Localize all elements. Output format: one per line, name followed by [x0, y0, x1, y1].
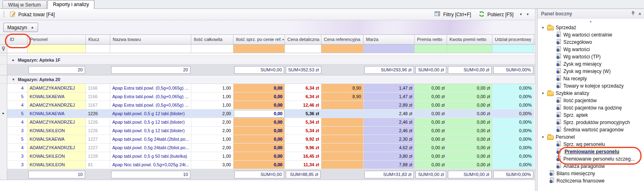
- cell-klucz[interactable]: 1226: [86, 118, 110, 127]
- column-header-cena_det[interactable]: Cena detaliczna: [285, 35, 321, 44]
- cell-cena_det[interactable]: 5,36 zł: [285, 109, 321, 118]
- table-row[interactable]: 4ADAMCZYKANDRZEJ1167Apap Extra tabl.powl…: [0, 101, 535, 109]
- tree-item[interactable]: Średnia wartość paragonów: [537, 126, 644, 133]
- cell-cena_ref[interactable]: [321, 144, 364, 152]
- column-header-nazwa[interactable]: Nazwa towaru: [110, 35, 191, 44]
- cell-nazwa[interactable]: Apap tabl.powl. 0,5 g 12 tabl.(blister): [110, 109, 191, 118]
- tab-witaj-w-sertum[interactable]: Witaj w Sertum: [2, 0, 47, 9]
- cell-premia[interactable]: 0,00 zł: [415, 92, 447, 101]
- table-row[interactable]: 5KOWALSKAEWA1166Apap Extra tabl.powl. (0…: [0, 92, 535, 101]
- cell-nazwa[interactable]: Apap tabl.powl. 0,5 g 50 tabl.(butelka): [110, 152, 191, 161]
- cell-udzial[interactable]: 0,00%: [492, 92, 534, 101]
- cell-klucz[interactable]: 1166: [86, 92, 110, 101]
- cell-cena_det[interactable]: 6,34 zł: [285, 84, 321, 92]
- cell-ilosc_sprz[interactable]: 0,00: [233, 92, 285, 101]
- cell-marza[interactable]: 3,80 zł: [364, 152, 415, 161]
- cell-udzial[interactable]: 0,00%: [492, 144, 534, 152]
- cell-kwota[interactable]: 0,00 zł: [447, 101, 492, 109]
- cell-klucz[interactable]: 1226: [86, 109, 110, 118]
- cell-ilosc_sprz[interactable]: 0,00: [233, 127, 285, 135]
- cell-premia[interactable]: 0,00 zł: [415, 135, 447, 144]
- column-header-kwota[interactable]: Kwota premii netto: [447, 35, 492, 44]
- tree-item[interactable]: Zysk wg miesięcy: [537, 60, 644, 68]
- cell-ilosc_calk[interactable]: 2,00: [191, 109, 233, 118]
- collapse-icon[interactable]: ▾: [541, 135, 545, 139]
- tree-scroll-up-icon[interactable]: ▲: [537, 19, 644, 24]
- download-button[interactable]: Pobierz [F5]: [477, 10, 516, 19]
- cell-nazwa[interactable]: Apap Extra tabl.powl. (0,5g+0,065g) ...: [110, 84, 191, 92]
- cell-nazwa[interactable]: Apap tabl.powl. 0,5g 24tabl.(2blist.po..…: [110, 135, 191, 144]
- cell-klucz[interactable]: 1166: [86, 84, 110, 92]
- cell-kwota[interactable]: 0,00 zł: [447, 84, 492, 92]
- cell-premia[interactable]: 0,00 zł: [415, 109, 447, 118]
- cell-marza[interactable]: 1,47 zł: [364, 84, 415, 92]
- download-dropdown-icon[interactable]: ▼: [519, 13, 522, 16]
- filter-cell-premia[interactable]: [415, 45, 447, 53]
- cell-marza[interactable]: 7,88 zł: [364, 161, 415, 169]
- tree-item[interactable]: Sprz. aptek: [537, 112, 644, 119]
- cell-id[interactable]: 5: [7, 109, 28, 118]
- cell-ilosc_calk[interactable]: 2,00: [191, 144, 233, 152]
- cell-personel[interactable]: KOWALSKILEON: [28, 127, 86, 135]
- cell-id[interactable]: 3: [7, 127, 28, 135]
- column-header-ilosc_calk[interactable]: Ilość całkowita: [191, 35, 233, 44]
- cell-ilosc_calk[interactable]: 1,00: [191, 92, 233, 101]
- cell-kwota[interactable]: 0,00 zł: [447, 109, 492, 118]
- cell-cena_ref[interactable]: [321, 127, 364, 135]
- cell-klucz[interactable]: 1228: [86, 152, 110, 161]
- cell-id[interactable]: 4: [7, 84, 28, 92]
- cell-ilosc_calk[interactable]: 3,00: [191, 161, 233, 169]
- group-row[interactable]: ▾Magazyn: Apteka 20: [0, 75, 535, 84]
- cell-marza[interactable]: 2,48 zł: [364, 109, 415, 118]
- cell-ilosc_sprz[interactable]: 0,00: [233, 84, 285, 92]
- pin-icon[interactable]: [631, 11, 635, 16]
- cell-premia[interactable]: 0,00 zł: [415, 144, 447, 152]
- cell-personel[interactable]: ADAMCZYKANDRZEJ: [28, 118, 86, 127]
- cell-udzial[interactable]: 0,00%: [492, 101, 534, 109]
- filter-cell-kwota[interactable]: [447, 45, 492, 53]
- close-icon[interactable]: ×: [639, 11, 641, 16]
- filter-cell-id[interactable]: [7, 45, 28, 53]
- cell-nazwa[interactable]: Apap Extra tabl.powl. (0,5g+0,065g) ...: [110, 101, 191, 109]
- cell-premia[interactable]: 0,00 zł: [415, 118, 447, 127]
- cell-premia[interactable]: 0,00 zł: [415, 127, 447, 135]
- cell-ilosc_sprz[interactable]: 0,00: [233, 152, 285, 161]
- cell-marza[interactable]: 2,46 zł: [364, 127, 415, 135]
- cell-udzial[interactable]: 0,00%: [492, 84, 534, 92]
- cell-cena_det[interactable]: 6,34 zł: [285, 92, 321, 101]
- cell-personel[interactable]: ADAMCZYKANDRZEJ: [28, 84, 86, 92]
- tree-folder[interactable]: ▾Sprzedaż: [537, 24, 644, 31]
- collapse-icon[interactable]: ▾: [541, 91, 545, 95]
- expand-icon[interactable]: ▸: [11, 58, 16, 62]
- cell-premia[interactable]: 0,00 zł: [415, 161, 447, 169]
- cell-id[interactable]: 5: [7, 135, 28, 144]
- column-header-premia[interactable]: Premia netto: [415, 35, 447, 44]
- tree-item[interactable]: Na recepty: [537, 75, 644, 82]
- cell-ilosc_sprz[interactable]: 0,00: [233, 101, 285, 109]
- cell-premia[interactable]: 0,00 zł: [415, 152, 447, 161]
- column-header-udzial[interactable]: Udział procentowy: [492, 35, 534, 44]
- cell-udzial[interactable]: 0,00%: [492, 161, 534, 169]
- cell-udzial[interactable]: 0,00%: [492, 135, 534, 144]
- cell-kwota[interactable]: 0,00 zł: [447, 92, 492, 101]
- cell-klucz[interactable]: 1227: [86, 144, 110, 152]
- cell-kwota[interactable]: 0,00 zł: [447, 127, 492, 135]
- cell-nazwa[interactable]: Apap tabl.powl. 0,5g 24tabl.(2blist.po..…: [110, 144, 191, 152]
- tree-item[interactable]: Premiowanie personelu szczeg...: [537, 155, 644, 163]
- cell-nazwa[interactable]: Apap Extra tabl.powl. (0,5g+0,065g) ...: [110, 92, 191, 101]
- tree-item[interactable]: Towary w kolejce sprzedaży: [537, 82, 644, 90]
- cell-id[interactable]: 3: [7, 152, 28, 161]
- cell-ilosc_sprz[interactable]: 0,00: [233, 109, 285, 118]
- tree-item[interactable]: Rozliczenia finansowe: [537, 177, 644, 185]
- table-row[interactable]: 4ADAMCZYKANDRZEJ1166Apap Extra tabl.powl…: [0, 84, 535, 92]
- table-row[interactable]: 3KOWALSKILEON1228Apap tabl.powl. 0,5 g 5…: [0, 152, 535, 161]
- cell-cena_det[interactable]: 5,34 zł: [285, 127, 321, 135]
- column-header-ilosc_sprz[interactable]: Ilość sprz. po cenie ref.▲: [233, 35, 285, 44]
- cell-personel[interactable]: ADAMCZYKANDRZEJ: [28, 101, 86, 109]
- table-row[interactable]: ▸5KOWALSKAEWA1226Apap tabl.powl. 0,5 g 1…: [0, 109, 535, 118]
- cell-klucz[interactable]: 1167: [86, 101, 110, 109]
- cell-cena_ref[interactable]: [321, 152, 364, 161]
- filter-cell-marza[interactable]: [364, 45, 415, 53]
- tree-folder[interactable]: ▾Personel: [537, 133, 644, 141]
- cell-ilosc_calk[interactable]: 1,00: [191, 152, 233, 161]
